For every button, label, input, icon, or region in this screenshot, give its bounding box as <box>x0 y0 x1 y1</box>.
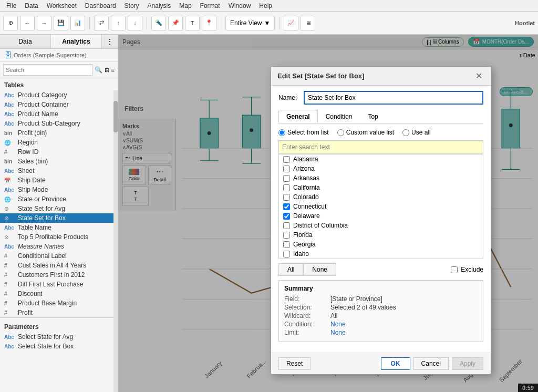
state-checkbox[interactable] <box>283 251 290 257</box>
tab-general[interactable]: General <box>278 110 318 123</box>
state-checkbox[interactable] <box>283 222 290 229</box>
field-item[interactable]: #Discount <box>0 289 113 298</box>
state-item[interactable]: Idaho <box>279 249 483 259</box>
menu-dashboard[interactable]: Dashboard <box>81 1 120 11</box>
state-item[interactable]: Colorado <box>279 192 483 202</box>
btn-cancel[interactable]: Cancel <box>413 357 449 370</box>
state-list[interactable]: AlabamaArizonaArkansasCaliforniaColorado… <box>278 154 483 259</box>
state-checkbox[interactable] <box>283 194 290 201</box>
btn-apply[interactable]: Apply <box>452 357 483 370</box>
filter-icon[interactable]: ⊞ <box>105 67 109 74</box>
radio-use-all[interactable]: Use all <box>402 129 431 136</box>
name-input[interactable] <box>304 91 483 105</box>
state-checkbox[interactable] <box>283 203 290 210</box>
param-item[interactable]: AbcSelect State for Box <box>0 342 113 351</box>
param-item[interactable]: AbcSelect State for Avg <box>0 332 113 342</box>
state-item[interactable]: Delaware <box>279 211 483 221</box>
menu-file[interactable]: File <box>2 1 20 11</box>
panel-settings[interactable]: ⋮ <box>102 35 118 48</box>
toolbar-swap[interactable]: ⇄ <box>94 16 109 30</box>
field-item[interactable]: #Customers First in 2012 <box>0 270 113 280</box>
field-item[interactable]: 📅Ship Date <box>0 176 113 185</box>
tab-condition[interactable]: Condition <box>318 110 360 123</box>
state-item[interactable]: District of Columbia <box>279 221 483 230</box>
toolbar-add-ds[interactable]: 📊 <box>70 16 85 30</box>
toolbar-forward[interactable]: → <box>37 16 51 30</box>
radio-custom-input[interactable] <box>337 129 344 136</box>
state-checkbox[interactable] <box>283 175 290 182</box>
state-checkbox[interactable] <box>283 241 290 248</box>
state-checkbox[interactable] <box>283 184 290 191</box>
menu-analysis[interactable]: Analysis <box>143 1 175 11</box>
field-item[interactable]: AbcTable Name <box>0 223 113 232</box>
state-search-input[interactable] <box>278 140 483 154</box>
data-source-row[interactable]: 🗄 Orders (Sample-Superstore) <box>0 49 118 62</box>
dialog-close-button[interactable]: ✕ <box>473 71 484 81</box>
state-checkbox[interactable] <box>283 156 290 163</box>
toolbar-screen[interactable]: 🖥 <box>301 16 315 30</box>
field-item[interactable]: binSales (bin) <box>0 157 113 166</box>
field-item[interactable]: ⊙Top 5 Profitable Products <box>0 232 113 242</box>
field-item[interactable]: #Diff First Last Purchase <box>0 280 113 289</box>
menu-format[interactable]: Format <box>196 1 224 11</box>
field-item[interactable]: ⊙State Set for Avg <box>0 204 113 213</box>
menu-story[interactable]: Story <box>120 1 143 11</box>
tab-top[interactable]: Top <box>360 110 386 123</box>
field-item[interactable]: AbcSheet <box>0 166 113 176</box>
tab-analytics[interactable]: Analytics <box>51 35 102 48</box>
state-item[interactable]: Alabama <box>279 154 483 164</box>
summary-limit-value[interactable]: None <box>330 329 346 336</box>
search-icon[interactable]: 🔍 <box>95 66 102 74</box>
search-input[interactable] <box>3 64 92 76</box>
radio-use-all-input[interactable] <box>402 129 409 136</box>
field-item[interactable]: #Conditional Label <box>0 251 113 261</box>
state-item[interactable]: Arkansas <box>279 173 483 183</box>
tab-data[interactable]: Data <box>0 35 51 48</box>
field-item[interactable]: 🌐Region <box>0 138 113 147</box>
state-checkbox[interactable] <box>283 166 290 172</box>
btn-ok[interactable]: OK <box>381 357 410 370</box>
field-item[interactable]: AbcProduct Sub-Category <box>0 119 113 128</box>
state-item[interactable]: Connecticut <box>279 202 483 211</box>
list-icon[interactable]: ≡ <box>111 67 115 73</box>
radio-custom-value[interactable]: Custom value list <box>337 129 394 136</box>
toolbar-highlight[interactable]: 🔦 <box>151 16 166 30</box>
toolbar-pin[interactable]: 📍 <box>202 16 216 30</box>
state-checkbox[interactable] <box>283 213 290 220</box>
state-item[interactable]: Florida <box>279 230 483 240</box>
entire-view-dropdown[interactable]: Entire View ▼ <box>225 16 275 30</box>
field-item[interactable]: binProfit (bin) <box>0 128 113 138</box>
toolbar-sort-asc[interactable]: ↑ <box>111 16 126 30</box>
state-checkbox[interactable] <box>283 232 290 239</box>
toolbar-annotate[interactable]: 📌 <box>168 16 183 30</box>
field-item[interactable]: AbcProduct Name <box>0 109 113 119</box>
toolbar-back[interactable]: ← <box>20 16 35 30</box>
menu-window[interactable]: Window <box>224 1 255 11</box>
toolbar-home[interactable]: ⊕ <box>3 16 18 30</box>
field-item[interactable]: AbcMeasure Names <box>0 242 113 251</box>
summary-condition-value[interactable]: None <box>330 321 346 328</box>
toolbar-sort-desc[interactable]: ↓ <box>128 16 142 30</box>
toolbar-text[interactable]: T <box>185 16 200 30</box>
field-item[interactable]: ⊙State Set for Box <box>0 213 113 223</box>
field-item[interactable]: AbcProduct Category <box>0 90 113 100</box>
field-item[interactable]: AbcShip Mode <box>0 185 113 194</box>
menu-data[interactable]: Data <box>20 1 42 11</box>
btn-none[interactable]: None <box>303 263 336 276</box>
field-item[interactable]: #Product Base Margin <box>0 298 113 308</box>
radio-select-from-list[interactable]: Select from list <box>278 129 329 136</box>
state-item[interactable]: Arizona <box>279 164 483 173</box>
radio-select-input[interactable] <box>278 129 285 136</box>
toolbar-save[interactable]: 💾 <box>54 16 68 30</box>
menu-help[interactable]: Help <box>255 1 276 11</box>
left-panel-scrollbar[interactable] <box>113 90 118 392</box>
field-item[interactable]: #Row ID <box>0 147 113 157</box>
btn-all[interactable]: All <box>278 263 303 276</box>
fields-scroll[interactable]: AbcProduct CategoryAbcProduct ContainerA… <box>0 90 113 392</box>
menu-map[interactable]: Map <box>175 1 195 11</box>
state-item[interactable]: Georgia <box>279 240 483 249</box>
btn-reset[interactable]: Reset <box>278 357 311 370</box>
field-item[interactable]: 🌐State or Province <box>0 194 113 204</box>
exclude-checkbox[interactable] <box>451 266 458 273</box>
field-item[interactable]: #Profit <box>0 308 113 317</box>
